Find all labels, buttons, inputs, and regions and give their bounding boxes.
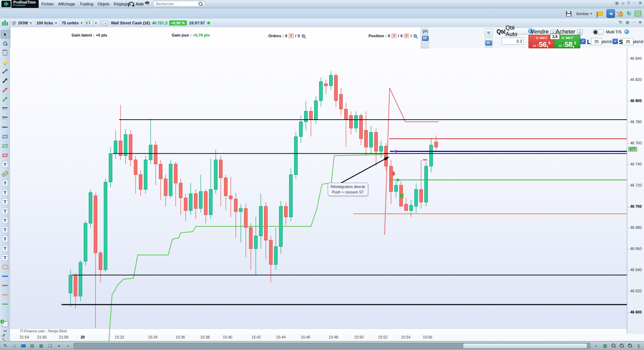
hline-blue-tool[interactable] bbox=[1, 272, 9, 280]
chart-style-caret[interactable]: ▼ bbox=[94, 21, 97, 25]
hline-orange-tool[interactable] bbox=[1, 291, 9, 299]
menu-item-trading[interactable]: Trading bbox=[77, 0, 96, 8]
chart-maximize-icon[interactable]: ▣ bbox=[626, 20, 629, 25]
flag-icon[interactable] bbox=[597, 11, 603, 16]
text-tool-7[interactable]: T bbox=[1, 226, 9, 234]
user-icon[interactable] bbox=[145, 1, 150, 7]
text-tool-4[interactable]: T bbox=[1, 198, 9, 206]
minimize-icon[interactable]: ─ bbox=[633, 1, 636, 5]
pin-icon[interactable] bbox=[635, 342, 642, 349]
pin-top-icon[interactable]: ╤ bbox=[621, 1, 624, 5]
cursor-tool[interactable] bbox=[1, 30, 10, 39]
stop-checkbox[interactable]: ✓ bbox=[613, 39, 618, 44]
trendline-black-tool[interactable] bbox=[1, 77, 9, 85]
text-tool-5[interactable]: T bbox=[1, 207, 9, 215]
alert-tool[interactable] bbox=[1, 58, 9, 66]
zone-blue-tool[interactable]: ++ bbox=[1, 133, 9, 140]
time-axis[interactable]: 21:5421:5621:582015:3215:3415:3615:3815:… bbox=[10, 334, 644, 341]
calculator-icon[interactable] bbox=[422, 36, 429, 41]
delete-tool[interactable] bbox=[1, 49, 9, 57]
text-tool-3[interactable]: T bbox=[1, 188, 9, 196]
position-settings-icon[interactable]: ⚙● bbox=[413, 33, 419, 39]
save-icon[interactable] bbox=[566, 11, 571, 16]
calendar-grid-icon[interactable] bbox=[635, 11, 641, 16]
share-icon[interactable]: ∴ bbox=[11, 342, 18, 349]
trade-settings-button[interactable]: ⚒ bbox=[485, 29, 493, 37]
close-position2-icon[interactable]: ✕ bbox=[404, 33, 409, 38]
menu-item-fichier[interactable]: Fichier bbox=[39, 0, 56, 8]
hsegment-tool-3[interactable] bbox=[1, 123, 9, 131]
lock-orders-icon[interactable] bbox=[619, 13, 623, 16]
chart-close-icon[interactable]: ✖ bbox=[639, 20, 642, 25]
collapse-icon[interactable]: « bbox=[56, 342, 62, 349]
hline-green-tool[interactable] bbox=[1, 300, 9, 308]
zone-green-tool[interactable]: ++ bbox=[1, 142, 9, 150]
units-select[interactable]: 75 unités▼ bbox=[59, 20, 85, 26]
print-icon[interactable] bbox=[423, 30, 428, 34]
pin-icon[interactable]: ⚲ bbox=[627, 1, 630, 5]
text-tool-6[interactable]: T bbox=[1, 216, 9, 224]
price-axis[interactable]: - 46 840- 46 820- 46 800- 46 780- 46 760… bbox=[627, 48, 644, 334]
hline-red-tool[interactable] bbox=[1, 282, 9, 289]
text-tool-10[interactable]: T bbox=[1, 254, 9, 262]
chart-candles-icon[interactable] bbox=[2, 20, 8, 25]
search-box[interactable] bbox=[153, 1, 205, 7]
auto-fit-icon[interactable]: ▦ bbox=[602, 342, 608, 349]
zoom-tool[interactable] bbox=[1, 39, 9, 47]
axis-more-icon[interactable]: •••▾ bbox=[1, 335, 5, 340]
chart-scrollbar[interactable] bbox=[74, 343, 590, 349]
hsegment-tool-1[interactable] bbox=[1, 105, 9, 112]
watchlist-icon[interactable]: ▦ bbox=[38, 342, 44, 349]
text-tool-9[interactable]: T bbox=[1, 244, 9, 252]
qty-auto-tab[interactable]: Qté Auto bbox=[505, 28, 533, 34]
symbol-select[interactable]: DOW▼ bbox=[16, 20, 34, 26]
trendline-green-tool[interactable] bbox=[1, 95, 9, 103]
hsegment-tool-2[interactable] bbox=[1, 114, 9, 122]
sync-icon[interactable]: ↻ bbox=[626, 10, 631, 17]
ruler-tool[interactable] bbox=[1, 170, 9, 178]
text-tool-2[interactable]: T bbox=[1, 179, 9, 187]
close-position-icon[interactable]: ✕ bbox=[391, 33, 396, 38]
multi-ts-toggle[interactable] bbox=[593, 29, 604, 35]
trendline-red-tool[interactable] bbox=[1, 86, 9, 94]
chart-style-icon[interactable] bbox=[85, 20, 93, 26]
snapshot-icon[interactable]: ▣ bbox=[615, 1, 619, 5]
menu-item-objets[interactable]: Objets bbox=[96, 0, 112, 8]
buy-info-icon[interactable]: i bbox=[577, 29, 582, 35]
cancel-orders-icon[interactable]: ✕ bbox=[289, 33, 294, 38]
chart-annotation[interactable]: Réintégration directe Push + cassure ST bbox=[328, 183, 368, 196]
draw-pen-icon[interactable]: ✎ bbox=[2, 342, 9, 349]
text-tool-8[interactable]: T bbox=[1, 235, 9, 243]
text-tool-1[interactable]: T bbox=[1, 160, 9, 168]
chart-minimize-icon[interactable]: ─ bbox=[633, 20, 635, 24]
info-icon[interactable]: i bbox=[103, 20, 108, 26]
search-icon[interactable] bbox=[199, 2, 203, 6]
notes-icon[interactable]: ▤ bbox=[29, 342, 35, 349]
zoom-range-icon[interactable]: ↕ bbox=[611, 343, 616, 349]
scroll-right-icon[interactable]: › bbox=[593, 342, 599, 349]
chart-refresh-icon[interactable]: ↻ bbox=[619, 20, 623, 25]
sound-button[interactable]: ◀) bbox=[606, 9, 615, 18]
segment-tool[interactable] bbox=[1, 67, 9, 75]
limit-checkbox[interactable]: ✓ bbox=[580, 39, 586, 44]
help-menu[interactable]: Aide bbox=[126, 0, 144, 8]
close-icon[interactable]: ✖ bbox=[639, 1, 642, 5]
zoom-out-icon[interactable]: − bbox=[619, 343, 625, 349]
timeframe-select[interactable]: 100 ticks▼ bbox=[34, 20, 59, 26]
scroll-left-icon[interactable]: ‹ bbox=[65, 342, 71, 349]
window-icon[interactable]: ❏ bbox=[47, 342, 53, 349]
qty-input[interactable] bbox=[502, 38, 524, 45]
orders-settings-icon[interactable]: ⚙● bbox=[301, 33, 307, 39]
zoom-in-icon[interactable]: + bbox=[627, 343, 633, 349]
workspace-select[interactable]: bureau ▼ bbox=[575, 11, 594, 16]
ellipse-tool[interactable] bbox=[1, 263, 9, 271]
chart-plot-area[interactable] bbox=[10, 48, 627, 334]
menu-item-affichage[interactable]: Affichage bbox=[56, 0, 78, 8]
scrollbar-thumb[interactable] bbox=[463, 343, 587, 349]
zone-red-tool[interactable]: ++ bbox=[1, 151, 9, 159]
stats-badge-tool[interactable] bbox=[1, 320, 9, 328]
chat-icon[interactable] bbox=[20, 342, 26, 349]
at-icon[interactable]: @ bbox=[12, 20, 16, 25]
trade-keypad-button[interactable] bbox=[485, 39, 493, 47]
search-input[interactable] bbox=[155, 1, 199, 6]
